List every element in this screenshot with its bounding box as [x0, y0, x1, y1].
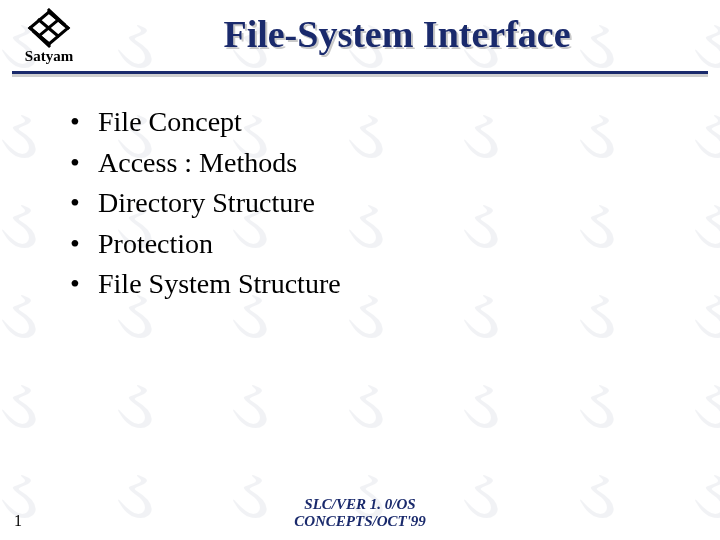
slide: Satyam File-System Interface •File Conce…: [0, 0, 720, 540]
list-item: •Protection: [70, 224, 680, 265]
bullet-dot-icon: •: [70, 264, 98, 305]
bullet-text: Directory Structure: [98, 183, 315, 224]
bullet-dot-icon: •: [70, 143, 98, 184]
footer-line-2: CONCEPTS/OCT'99: [294, 513, 426, 529]
logo: Satyam: [12, 8, 86, 65]
bullet-text: Access : Methods: [98, 143, 297, 184]
slide-content: •File Concept •Access : Methods •Directo…: [0, 74, 720, 305]
bullet-text: File Concept: [98, 102, 242, 143]
list-item: •Directory Structure: [70, 183, 680, 224]
footer-text: SLC/VER 1. 0/OS CONCEPTS/OCT'99: [60, 496, 660, 531]
list-item: •Access : Methods: [70, 143, 680, 184]
slide-footer: 1 SLC/VER 1. 0/OS CONCEPTS/OCT'99: [0, 496, 720, 531]
bullet-dot-icon: •: [70, 224, 98, 265]
bullet-text: Protection: [98, 224, 213, 265]
bullet-text: File System Structure: [98, 264, 341, 305]
page-number: 1: [0, 512, 60, 530]
bullet-list: •File Concept •Access : Methods •Directo…: [70, 102, 680, 305]
footer-line-1: SLC/VER 1. 0/OS: [304, 496, 415, 512]
bullet-dot-icon: •: [70, 183, 98, 224]
satyam-logo-icon: [24, 8, 74, 50]
title-wrap: File-System Interface: [86, 8, 708, 56]
list-item: •File Concept: [70, 102, 680, 143]
bullet-dot-icon: •: [70, 102, 98, 143]
slide-header: Satyam File-System Interface: [0, 0, 720, 65]
logo-text: Satyam: [12, 48, 86, 65]
list-item: •File System Structure: [70, 264, 680, 305]
slide-title: File-System Interface: [86, 12, 708, 56]
